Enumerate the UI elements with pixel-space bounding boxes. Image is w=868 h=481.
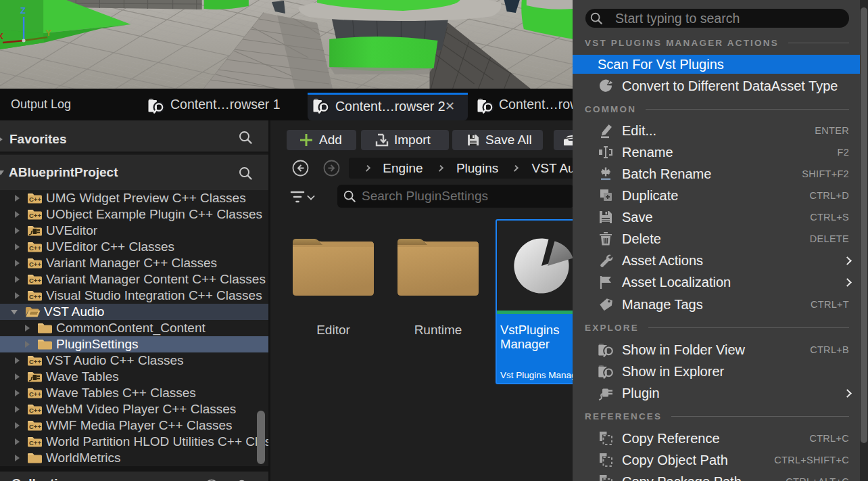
svg-text:X: X bbox=[0, 31, 3, 41]
svg-text:Y: Y bbox=[45, 28, 51, 38]
svg-text:Z: Z bbox=[20, 5, 26, 16]
